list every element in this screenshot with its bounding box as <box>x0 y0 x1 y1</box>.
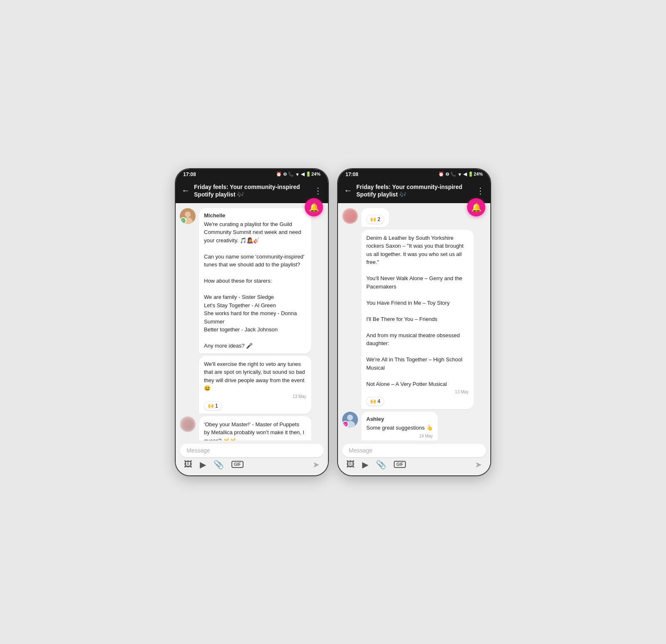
svg-point-4 <box>347 415 353 420</box>
status-icons-left: ⏰ ⊖ 📞 ▼ ◀ 🔋24% <box>276 172 321 177</box>
timestamp-songs: 13 May <box>366 390 469 394</box>
gif-button-left[interactable]: GIF <box>231 461 244 468</box>
input-placeholder-left[interactable]: Message <box>186 447 317 454</box>
msg-text-michelle: We're curating a playlist for the Guild … <box>204 220 306 350</box>
bell-button-right[interactable]: 🔔 <box>467 198 485 216</box>
msg-text-ashley-1: Some great suggestions 👆 <box>366 424 433 432</box>
message-row-r1: GO Ashley Some great suggestions 👆 14 Ma… <box>342 412 486 440</box>
bubble-top-count: 🙌 2 <box>361 208 389 227</box>
status-bar-left: 17:08 ⏰ ⊖ 📞 ▼ ◀ 🔋24% <box>176 169 328 179</box>
reaction-top[interactable]: 🙌 2 <box>366 215 384 224</box>
header-title-left: Friday feels: Your community-inspired Sp… <box>194 183 310 198</box>
avatar-badge-michelle: GO <box>180 217 186 224</box>
svg-point-1 <box>185 211 191 217</box>
reaction-1[interactable]: 🙌 1 <box>204 401 222 410</box>
message-row-r0: Denim & Leather by South Yorkshire rocke… <box>342 230 486 410</box>
bubble-michelle-2: We'll exercise the right to veto any tun… <box>199 356 311 414</box>
bubble-blurred-left: 'Obey your Master!' - Master of Puppets … <box>199 416 311 440</box>
sender-name-ashley-1: Ashley <box>366 416 433 422</box>
phone-left: 17:08 ⏰ ⊖ 📞 ▼ ◀ 🔋24% ← Friday feels: You… <box>175 168 329 476</box>
back-button-left[interactable]: ← <box>181 186 190 195</box>
attach-icon-left[interactable]: 📎 <box>214 460 224 470</box>
reaction-emoji-songs: 🙌 <box>370 398 376 404</box>
reaction-bar-1: 🙌 1 <box>204 401 306 410</box>
sender-name-michelle: Michelle <box>204 212 306 219</box>
chat-area-right: 🙌 2 Denim & Leather by South Yorkshire r… <box>338 203 490 440</box>
toolbar-right: 🖼 ▶ 📎 GIF ➤ <box>342 457 486 473</box>
message-row-2: We'll exercise the right to veto any tun… <box>180 356 324 414</box>
msg-text-songs: Denim & Leather by South Yorkshire rocke… <box>366 234 469 388</box>
bell-button-left[interactable]: 🔔 <box>305 198 323 216</box>
bubble-songs: Denim & Leather by South Yorkshire rocke… <box>361 230 474 410</box>
input-placeholder-right[interactable]: Message <box>349 447 480 454</box>
phone-right: 17:08 ⏰ ⊖ 📞 ▼ ◀ 🔋24% ← Friday feels: You… <box>337 168 491 476</box>
reaction-count-top: 2 <box>378 216 380 222</box>
message-input-left[interactable]: Message <box>180 444 324 457</box>
menu-button-right[interactable]: ⋮ <box>476 186 485 196</box>
timestamp-ashley-1: 14 May <box>366 434 433 438</box>
msg-text-metallica: 'Obey your Master!' - Master of Puppets … <box>204 420 306 440</box>
bell-icon-right: 🔔 <box>471 202 482 212</box>
header-title-right: Friday feels: Your community-inspired Sp… <box>356 183 472 198</box>
time-left: 17:08 <box>183 172 196 177</box>
video-icon-right[interactable]: ▶ <box>362 460 368 470</box>
reaction-bar-songs: 🙌 4 <box>366 397 469 406</box>
status-icons-right: ⏰ ⊖ 📞 ▼ ◀ 🔋24% <box>438 172 483 177</box>
gif-button-right[interactable]: GIF <box>394 461 406 468</box>
image-icon-left[interactable]: 🖼 <box>184 460 192 469</box>
reaction-count-1: 1 <box>215 403 218 409</box>
timestamp-veto: 13 May <box>204 394 306 399</box>
header-right: ← Friday feels: Your community-inspired … <box>338 179 490 203</box>
msg-text-veto: We'll exercise the right to veto any tun… <box>204 360 306 393</box>
message-row-r0-top: 🙌 2 <box>342 208 486 227</box>
send-button-right[interactable]: ➤ <box>475 460 482 470</box>
attach-icon-right[interactable]: 📎 <box>376 460 386 470</box>
back-button-right[interactable]: ← <box>344 186 352 195</box>
time-right: 17:08 <box>345 172 358 177</box>
avatar-blurred-right <box>342 208 358 224</box>
toolbar-left: 🖼 ▶ 📎 GIF ➤ <box>180 457 324 473</box>
reaction-bar-top: 🙌 2 <box>366 215 384 224</box>
avatar-blurred-left <box>180 416 196 432</box>
video-icon-left[interactable]: ▶ <box>200 460 206 470</box>
input-area-right: Message 🖼 ▶ 📎 GIF ➤ <box>338 440 490 475</box>
message-row-1: GO Michelle We're curating a playlist fo… <box>180 208 324 353</box>
bell-icon-left: 🔔 <box>309 202 319 212</box>
reaction-songs[interactable]: 🙌 4 <box>366 397 384 406</box>
reaction-emoji-1: 🙌 <box>208 403 214 409</box>
send-button-left[interactable]: ➤ <box>313 460 320 470</box>
header-left: ← Friday feels: Your community-inspired … <box>176 179 328 203</box>
avatar-michelle: GO <box>180 208 196 224</box>
reaction-count-songs: 4 <box>378 398 380 404</box>
status-bar-right: 17:08 ⏰ ⊖ 📞 ▼ ◀ 🔋24% <box>338 169 490 179</box>
menu-button-left[interactable]: ⋮ <box>314 186 322 196</box>
avatar-ashley-1: GO <box>342 412 358 428</box>
input-area-left: Message 🖼 ▶ 📎 GIF ➤ <box>176 440 328 475</box>
reaction-emoji-top: 🙌 <box>370 216 376 222</box>
message-input-right[interactable]: Message <box>342 444 486 457</box>
chat-area-left: GO Michelle We're curating a playlist fo… <box>176 203 328 440</box>
bubble-michelle: Michelle We're curating a playlist for t… <box>199 208 311 353</box>
message-row-3: 'Obey your Master!' - Master of Puppets … <box>180 416 324 440</box>
bubble-ashley-1: Ashley Some great suggestions 👆 14 May 🙌… <box>361 412 438 440</box>
image-icon-right[interactable]: 🖼 <box>346 460 355 469</box>
